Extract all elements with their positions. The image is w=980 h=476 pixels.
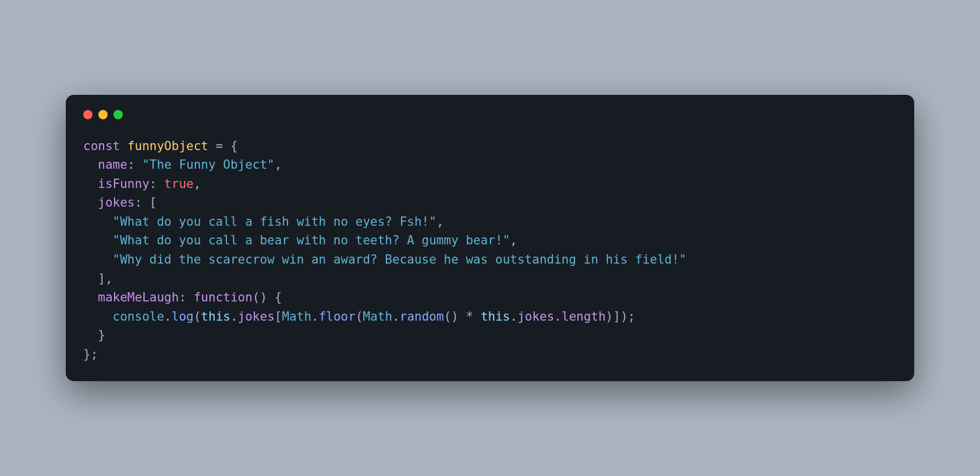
comma: , <box>436 215 444 229</box>
paren-pair: () <box>253 290 267 304</box>
brace-open: { <box>230 139 238 153</box>
joke-1: "What do you call a fish with no eyes? F… <box>113 215 436 229</box>
window-titlebar <box>83 110 897 119</box>
random-fn: random <box>400 310 444 324</box>
keyword-const: const <box>83 139 120 153</box>
bracket-open: [ <box>275 310 282 324</box>
dot: . <box>311 310 319 324</box>
this-keyword: this <box>201 310 230 324</box>
paren-close: ) <box>606 310 613 324</box>
paren-open: ( <box>356 310 363 324</box>
brace-close: } <box>98 328 105 342</box>
comma: , <box>105 272 113 286</box>
comma: , <box>194 177 201 191</box>
code-block: const funnyObject = { name: "The Funny O… <box>83 137 897 364</box>
prop-name: name <box>98 158 127 172</box>
brace-open: { <box>275 290 282 304</box>
space <box>267 290 275 304</box>
dot: . <box>554 310 562 324</box>
colon: : <box>135 196 150 209</box>
bracket-open: [ <box>150 196 157 209</box>
prop-jokes: jokes <box>98 196 134 209</box>
jokes-ref: jokes <box>238 310 275 324</box>
jokes-ref: jokes <box>517 310 554 324</box>
close-icon[interactable] <box>83 110 93 119</box>
comma: , <box>275 158 282 172</box>
dot: . <box>164 310 172 324</box>
prop-makemelaugh: makeMeLaugh <box>98 290 179 304</box>
equals-operator: = <box>208 139 230 153</box>
paren-open: ( <box>194 310 201 324</box>
bool-true: true <box>164 177 194 191</box>
bracket-close: ] <box>613 310 621 324</box>
bracket-close: ] <box>98 272 105 286</box>
star-operator: * <box>459 310 481 324</box>
minimize-icon[interactable] <box>98 110 108 119</box>
joke-2: "What do you call a bear with no teeth? … <box>113 233 510 247</box>
comma: , <box>510 233 517 247</box>
dot: . <box>510 310 517 324</box>
keyword-function: function <box>194 290 253 304</box>
paren-close: ) <box>620 310 628 324</box>
semicolon: ; <box>628 310 635 324</box>
code-window: const funnyObject = { name: "The Funny O… <box>66 95 914 382</box>
name-value: "The Funny Object" <box>142 158 275 172</box>
floor-fn: floor <box>319 310 356 324</box>
this-keyword: this <box>481 310 510 324</box>
prop-isfunny: isFunny <box>98 177 150 191</box>
dot: . <box>392 310 400 324</box>
log-fn: log <box>172 310 194 324</box>
colon: : <box>179 290 193 304</box>
brace-close-semi: }; <box>83 347 98 361</box>
math-id: Math <box>363 310 393 324</box>
variable-name: funnyObject <box>127 139 208 153</box>
paren-pair: () <box>444 310 459 324</box>
length-prop: length <box>562 310 606 324</box>
dot: . <box>230 310 238 324</box>
joke-3: "Why did the scarecrow win an award? Bec… <box>113 253 687 267</box>
maximize-icon[interactable] <box>113 110 123 119</box>
math-id: Math <box>282 310 311 324</box>
colon: : <box>150 177 164 191</box>
colon: : <box>127 158 142 172</box>
console-id: console <box>113 310 165 324</box>
